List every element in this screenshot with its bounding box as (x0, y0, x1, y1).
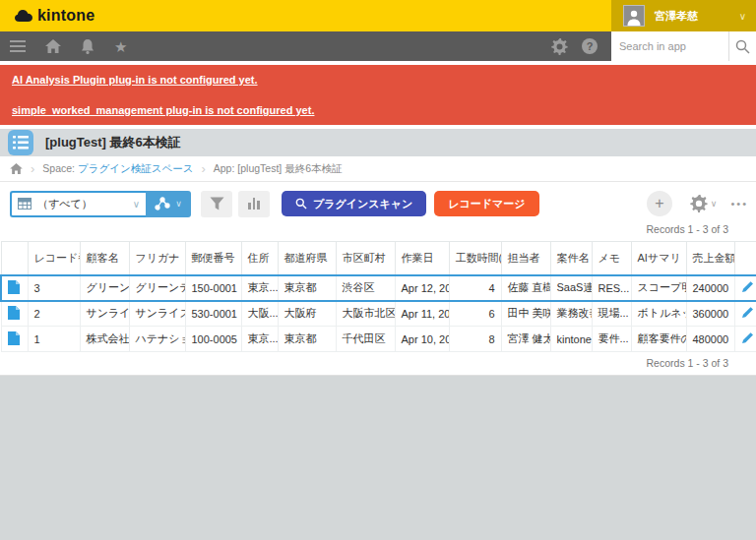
user-name: 宮澤孝慈 (655, 9, 729, 24)
app-search-box (611, 31, 756, 61)
global-nav-bar: ★ ? (0, 31, 756, 61)
settings-gear-icon[interactable] (551, 38, 568, 55)
view-toolbar: （すべて） ∨ ∨ プラグインスキャン レコードマージ + ∨ ••• (0, 182, 756, 217)
cell-作業日: Apr 10, 2026 (395, 327, 449, 352)
cell-フリガナ: グリーンテ... (129, 275, 185, 301)
cell-売上金額: 480000 (686, 327, 734, 352)
hamburger-menu-icon[interactable] (10, 40, 26, 52)
column-header: 作業日 (395, 242, 449, 275)
cell-担当者: 宮澤 健太 (501, 327, 550, 352)
record-detail-icon[interactable] (8, 306, 20, 322)
cell-AIサマリ: 顧客要件の... (631, 327, 686, 352)
column-header: 住所 (241, 242, 278, 275)
column-header: メモ (592, 242, 631, 275)
records-count-bottom: Records 1 - 3 of 3 (0, 352, 756, 376)
column-header-icon (1, 242, 28, 275)
cell-担当者: 田中 美咲 (501, 301, 550, 327)
view-selector-dropdown[interactable]: （すべて） ∨ (10, 191, 146, 217)
cell-市区町村: 渋谷区 (336, 275, 395, 301)
user-menu-chevron-down-icon: ∨ (739, 11, 746, 22)
cell-工数時間(h): 6 (449, 301, 501, 327)
record-detail-icon[interactable] (8, 280, 20, 296)
breadcrumb-space-link[interactable]: プラグイン検証スペース (78, 162, 193, 174)
cell-作業日: Apr 11, 2026 (395, 301, 449, 327)
kintone-logo[interactable]: kintone (0, 7, 94, 25)
cell-売上金額: 240000 (686, 275, 734, 301)
breadcrumb-home-icon[interactable] (10, 163, 23, 174)
cell-メモ: 要件... (592, 327, 631, 352)
cell-AIサマリ: ボトルネッ... (631, 301, 686, 327)
cell-作業日: Apr 12, 2026 (395, 275, 449, 301)
record-icon-cell[interactable] (1, 327, 28, 352)
record-edit-cell[interactable] (734, 301, 756, 327)
cell-都道府県: 大阪府 (278, 301, 336, 327)
edit-record-icon[interactable] (741, 280, 754, 295)
record-edit-cell[interactable] (734, 327, 756, 352)
edit-record-icon[interactable] (741, 306, 754, 321)
more-options-button[interactable]: ••• (730, 198, 748, 210)
cell-郵便番号: 150-0001 (185, 275, 241, 301)
breadcrumb-app: App: [plugTest] 最終6本検証 (214, 162, 343, 176)
alert-link-ai-analysis[interactable]: AI Analysis Plugin plug-in is not config… (12, 74, 258, 86)
add-record-button[interactable]: + (647, 191, 672, 216)
column-header: AIサマリ (631, 242, 686, 275)
cell-住所: 大阪... (241, 301, 278, 327)
edit-record-icon[interactable] (741, 331, 754, 346)
record-detail-icon[interactable] (8, 331, 20, 347)
table-body: 3グリーン...グリーンテ...150-0001東京...東京都渋谷区Apr 1… (1, 275, 756, 352)
graph-nodes-icon (155, 197, 171, 210)
column-header: 担当者 (501, 242, 550, 275)
column-header: レコード番号 (28, 242, 80, 275)
filter-button[interactable] (201, 191, 232, 217)
column-header: 案件名 (550, 242, 592, 275)
cell-都道府県: 東京都 (278, 327, 336, 352)
table-row[interactable]: 2サンライ...サンライズ...530-0001大阪...大阪府大阪市北区Apr… (1, 301, 756, 327)
search-input[interactable] (611, 31, 728, 61)
view-selector-value: （すべて） (37, 197, 127, 211)
cell-顧客名: グリーン... (80, 275, 129, 301)
scan-magnifier-icon (295, 198, 307, 210)
cell-レコード番号: 1 (28, 327, 80, 352)
app-title: [plugTest] 最終6本検証 (45, 134, 181, 151)
plugin-scan-button[interactable]: プラグインスキャン (282, 191, 426, 216)
cell-売上金額: 360000 (686, 301, 734, 327)
graph-button-chevron-down-icon: ∨ (175, 199, 182, 209)
records-count-top: Records 1 - 3 of 3 (0, 217, 756, 241)
cell-案件名: 業務改善... (550, 301, 592, 327)
table-row[interactable]: 1株式会社...ハテナショ...100-0005東京...東京都千代田区Apr … (1, 327, 756, 352)
home-icon[interactable] (45, 39, 61, 53)
record-merge-button[interactable]: レコードマージ (434, 191, 538, 216)
top-brand-bar: kintone 宮澤孝慈 ∨ (0, 0, 756, 31)
record-edit-cell[interactable] (734, 275, 756, 301)
favorites-star-icon[interactable]: ★ (114, 39, 127, 54)
cell-AIサマリ: スコープ明... (631, 275, 686, 301)
app-settings-chevron-down-icon: ∨ (711, 199, 718, 209)
app-settings-gear-icon (690, 195, 708, 212)
record-icon-cell[interactable] (1, 301, 28, 327)
chart-button[interactable] (238, 191, 270, 217)
app-settings-button[interactable]: ∨ (690, 195, 718, 212)
chart-bars-icon (248, 198, 260, 210)
table-header-row: レコード番号顧客名フリガナ郵便番号住所都道府県市区町村作業日工数時間(h)担当者… (1, 242, 756, 275)
help-icon[interactable]: ? (582, 38, 598, 54)
app-icon[interactable] (8, 130, 33, 155)
cell-レコード番号: 3 (28, 275, 80, 301)
alert-link-simple-worked[interactable]: simple_worked_management plug-in is not … (12, 104, 314, 116)
cell-メモ: RES... (592, 275, 631, 301)
notifications-bell-icon[interactable] (81, 39, 94, 54)
cell-レコード番号: 2 (28, 301, 80, 327)
record-icon-cell[interactable] (1, 275, 28, 301)
record-merge-label: レコードマージ (448, 197, 525, 211)
column-header: フリガナ (129, 242, 185, 275)
cell-メモ: 現場... (592, 301, 631, 327)
user-menu[interactable]: 宮澤孝慈 ∨ (611, 0, 756, 31)
search-icon[interactable] (728, 31, 756, 61)
cell-フリガナ: サンライズ... (129, 301, 185, 327)
cell-都道府県: 東京都 (278, 275, 336, 301)
cell-フリガナ: ハテナショ... (129, 327, 185, 352)
column-header: 郵便番号 (185, 242, 241, 275)
table-row[interactable]: 3グリーン...グリーンテ...150-0001東京...東京都渋谷区Apr 1… (1, 275, 756, 301)
plugin-alert-banner: AI Analysis Plugin plug-in is not config… (0, 65, 756, 125)
breadcrumb-space: Space: プラグイン検証スペース (42, 162, 193, 176)
graph-view-button[interactable]: ∨ (146, 191, 191, 217)
